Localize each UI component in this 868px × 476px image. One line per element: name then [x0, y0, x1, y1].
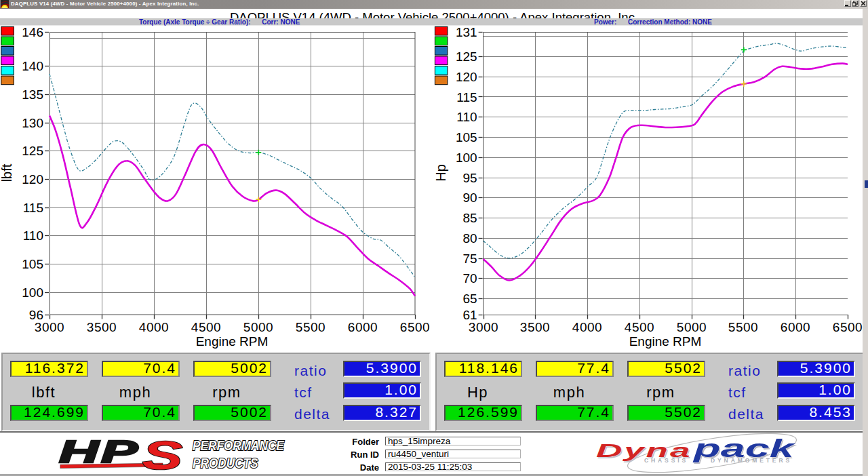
svg-text:4000: 4000 [139, 320, 169, 334]
svg-text:Hp: Hp [434, 164, 448, 182]
svg-text:120: 120 [456, 70, 477, 84]
svg-text:85: 85 [462, 211, 477, 225]
svg-text:131: 131 [456, 26, 477, 39]
svg-text:Engine RPM: Engine RPM [196, 334, 269, 349]
svg-text:105: 105 [22, 257, 43, 271]
svg-text:146: 146 [22, 26, 43, 39]
svg-text:100: 100 [22, 285, 43, 300]
svg-text:3000: 3000 [469, 320, 498, 334]
svg-text:PRODUCTS: PRODUCTS [193, 456, 258, 471]
svg-text:75: 75 [462, 252, 477, 266]
svg-text:5500: 5500 [728, 320, 758, 334]
svg-text:6000: 6000 [348, 320, 378, 334]
svg-text:125: 125 [456, 49, 477, 64]
svg-text:6500: 6500 [400, 320, 430, 334]
svg-text:3000: 3000 [35, 320, 64, 334]
svg-text:5000: 5000 [677, 320, 707, 334]
svg-text:65: 65 [462, 292, 477, 306]
svg-text:115: 115 [456, 90, 477, 104]
svg-text:HP: HP [59, 434, 140, 469]
svg-text:90: 90 [462, 191, 477, 205]
svg-text:100: 100 [456, 151, 477, 165]
svg-text:6500: 6500 [833, 320, 863, 334]
svg-text:110: 110 [23, 229, 43, 243]
svg-text:Dyna: Dyna [596, 440, 692, 461]
svg-text:110: 110 [456, 110, 477, 124]
svg-text:4000: 4000 [572, 320, 602, 334]
svg-text:pack: pack [692, 434, 796, 462]
svg-text:115: 115 [23, 201, 43, 215]
svg-text:130: 130 [22, 116, 43, 130]
svg-text:S: S [142, 433, 183, 474]
svg-text:140: 140 [22, 59, 43, 73]
svg-text:5000: 5000 [243, 320, 273, 334]
svg-text:PERFORMANCE: PERFORMANCE [193, 437, 285, 453]
svg-text:4500: 4500 [625, 320, 654, 334]
svg-text:6000: 6000 [781, 320, 810, 334]
svg-text:5500: 5500 [296, 320, 326, 334]
svg-text:70: 70 [462, 271, 477, 285]
svg-text:125: 125 [22, 144, 43, 158]
svg-text:80: 80 [462, 231, 477, 245]
svg-text:120: 120 [22, 172, 43, 186]
svg-text:3500: 3500 [520, 320, 550, 334]
svg-text:lbft: lbft [0, 163, 14, 182]
svg-text:135: 135 [22, 87, 43, 102]
svg-text:3500: 3500 [87, 320, 117, 334]
svg-text:4500: 4500 [191, 320, 221, 334]
svg-text:105: 105 [456, 130, 477, 144]
svg-text:Engine RPM: Engine RPM [629, 334, 702, 349]
svg-text:95: 95 [462, 171, 477, 185]
